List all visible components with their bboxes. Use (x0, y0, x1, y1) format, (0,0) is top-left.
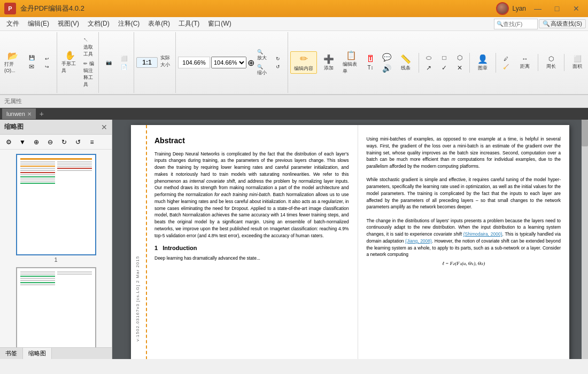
bookmarks-tab[interactable]: 书签 (0, 348, 23, 359)
polygon-button[interactable]: ⬡ (452, 53, 467, 63)
callout-button[interactable]: 💬 (379, 52, 394, 63)
search-input[interactable] (503, 21, 535, 27)
fit-page-button[interactable] (158, 70, 173, 72)
advanced-search-button[interactable]: 🔍 高级查找(S) (539, 19, 586, 28)
actual-size-button[interactable]: 实际大小 (158, 53, 173, 69)
rotate-cw-sidebar-icon: ↻ (61, 138, 67, 146)
edit-annotation-button[interactable]: ✏ 编辑注释工具 (81, 59, 96, 89)
thumbnail-2[interactable]: 2 (16, 267, 96, 347)
stamp-group: 👤 图章 (472, 53, 496, 73)
tab-lunwen[interactable]: lunwen ✕ (2, 108, 36, 119)
thumbnails-area: 1 (0, 150, 112, 347)
area-button[interactable]: ⬜ 面积 (567, 54, 588, 71)
rotate-ccw-icon: ↺ (276, 64, 280, 69)
thumbnail-1-image (16, 154, 96, 255)
menu-window[interactable]: 窗口(W) (204, 18, 235, 29)
sidebar-dropdown-button[interactable]: ▼ (16, 136, 29, 148)
menu-edit[interactable]: 编辑(E) (24, 18, 53, 29)
check-button[interactable]: ✓ (437, 63, 452, 73)
menu-document[interactable]: 文档(D) (83, 18, 114, 29)
stamp-button[interactable]: 👤 图章 (472, 53, 493, 73)
toolbar-zoom-percent-group: 104.66% 100% 75% ⊕ 🔍 放大 🔍 缩小 ↻ ↺ (178, 32, 288, 93)
email-button[interactable]: ✉ (24, 62, 39, 72)
maximize-button[interactable]: □ (550, 3, 564, 14)
pdf-watermark: v:1502.03167v3 [cs.LG] 2 Mar 2015 (135, 256, 146, 341)
undo-icon: ↩ (45, 56, 49, 61)
toolbar-tools-group: ✋ 手形工具 ↖ 选取工具 ✏ 编辑注释工具 (59, 32, 99, 93)
distance-button[interactable]: ↔ 距离 (514, 54, 536, 71)
sidebar-close-button[interactable]: ✕ (101, 123, 107, 131)
menu-tools[interactable]: 工具(T) (174, 18, 204, 29)
sidebar-zoom-in-button[interactable]: ⊕ (30, 136, 43, 148)
edit-form-button[interactable]: 📋 编辑表单 (341, 49, 362, 76)
sidebar-expand-button[interactable]: ≡ (86, 136, 98, 148)
sidebar-zoom-out-button[interactable]: ⊖ (44, 136, 57, 148)
sidebar-rotate-ccw-button[interactable]: ↺ (72, 136, 84, 148)
perimeter-button[interactable]: ⬡ 周长 (540, 54, 562, 71)
toolbar-right-group: ✏ 编辑内容 ➕ 添加 📋 编辑表单 T T↕ 💬 🔊 📏 (290, 49, 588, 76)
zoom-in-button[interactable]: 🔍 放大 (255, 48, 270, 63)
hand-tool-button[interactable]: ✋ 手形工具 (59, 50, 81, 75)
ellipse-button[interactable]: ⬭ (421, 53, 436, 63)
rotate-ccw-button[interactable]: ↺ (270, 63, 285, 71)
eraser-button[interactable]: 🖊 (498, 55, 513, 63)
search-box[interactable]: 🔍 (494, 19, 538, 29)
screenshot-button[interactable]: 📷 (101, 59, 116, 66)
undo-group: ↩ ↪ (40, 55, 55, 71)
screenshot-sub-button[interactable]: ⬜ (117, 54, 131, 63)
save-button[interactable]: 💾 (24, 54, 39, 61)
sidebar-title: 缩略图 (4, 122, 24, 131)
menu-file[interactable]: 文件 (2, 18, 24, 29)
pdf-page: v:1502.03167v3 [cs.LG] 2 Mar 2015 Abstra… (131, 125, 569, 359)
tab-close-icon[interactable]: ✕ (27, 111, 32, 117)
add-button[interactable]: ➕ 添加 (318, 53, 339, 73)
menu-view[interactable]: 视图(V) (53, 18, 83, 29)
erase-button[interactable]: 🧹 (498, 63, 513, 71)
close-button[interactable]: ✕ (569, 3, 584, 14)
rect-icon: □ (442, 54, 446, 61)
thumbnail-1[interactable]: 1 (16, 154, 96, 263)
menu-form[interactable]: 表单(R) (144, 18, 174, 29)
sound-button[interactable]: 🔊 (379, 63, 394, 74)
open-button[interactable]: 📂 打开(O)... (2, 51, 24, 74)
file-sub-group: 💾 ✉ (24, 54, 39, 72)
screenshot-icon: 📷 (106, 60, 112, 65)
arrow-icon: ↗ (426, 64, 431, 72)
select-tool-button[interactable]: ↖ 选取工具 (81, 36, 96, 59)
rotate-cw-button[interactable]: ↻ (270, 55, 285, 63)
text-tool2-icon: T↕ (367, 65, 373, 71)
lines-button[interactable]: 📏 线条 (395, 53, 416, 73)
zoom-dropdown[interactable]: 104.66% 100% 75% (211, 57, 246, 68)
tab-add-button[interactable]: + (36, 108, 47, 119)
bookmarks-tab-label: 书签 (5, 349, 17, 357)
content-scrollbar[interactable] (582, 120, 588, 359)
edit-content-button[interactable]: ✏ 编辑内容 (290, 51, 317, 74)
screenshot-sub2-button[interactable]: 📄 (117, 63, 131, 71)
x-icon: ✕ (457, 64, 462, 72)
rect-button[interactable]: □ (437, 53, 452, 63)
zoom-in-icon: 🔍 放大 (257, 49, 268, 61)
sidebar-gear-button[interactable]: ⚙ (2, 136, 15, 148)
thumbnails-tab[interactable]: 缩略图 (23, 348, 52, 359)
text-tool2-button[interactable]: T↕ (363, 64, 378, 72)
gear-icon: ⚙ (6, 138, 12, 146)
text-tool1-button[interactable]: T (363, 54, 378, 63)
zoom-1-1-button[interactable]: 1:1 (136, 57, 158, 68)
sidebar-rotate-cw-button[interactable]: ↻ (58, 136, 71, 148)
minimize-button[interactable]: — (530, 3, 545, 14)
redo-button[interactable]: ↪ (40, 63, 55, 71)
lines-icon: 📏 (400, 54, 411, 64)
arrow-button[interactable]: ↗ (421, 63, 436, 73)
scrollbar-thumb[interactable] (582, 120, 588, 146)
folder-icon: 📂 (7, 52, 18, 60)
eraser-icon: 🖊 (504, 56, 508, 61)
toolbar-zoom-group: 1:1 实际大小 (136, 32, 176, 93)
x-button[interactable]: ✕ (452, 63, 467, 73)
zoom-increment-icon: ⊕ (247, 58, 254, 68)
toolbar: 📂 打开(O)... 💾 ✉ ↩ ↪ ✋ 手形工具 ↖ 选取工具 (0, 31, 588, 95)
menu-annotation[interactable]: 注释(C) (114, 18, 144, 29)
zoom-out-button[interactable]: 🔍 缩小 (255, 63, 270, 77)
undo-button[interactable]: ↩ (40, 55, 55, 63)
zoom-out-icon: 🔍 缩小 (257, 64, 268, 76)
zoom-input[interactable] (178, 57, 210, 68)
